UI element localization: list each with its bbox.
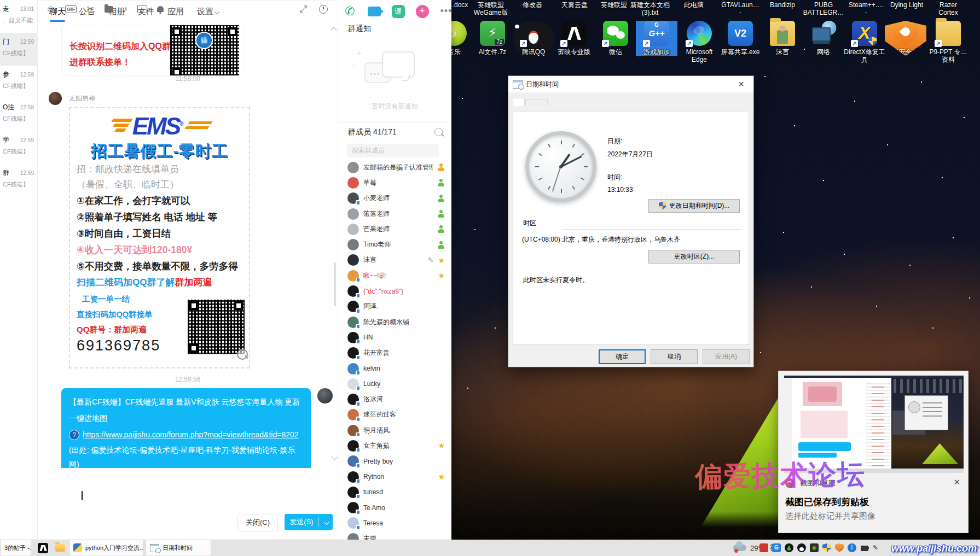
- member-row[interactable]: 花开富贵 ✎ ★: [338, 346, 451, 361]
- desktop-icon[interactable]: ↗ Microsoft Edge: [679, 21, 720, 63]
- image-icon[interactable]: [137, 5, 147, 13]
- scroll-down-icon[interactable]: [331, 454, 338, 460]
- tray-icon[interactable]: [759, 543, 768, 552]
- tray-icon[interactable]: [835, 543, 844, 552]
- message-link[interactable]: https://www.paijishu.com/forum.php?mod=v…: [83, 426, 299, 443]
- chat-scrollbar[interactable]: [334, 262, 336, 306]
- chat-list-item[interactable]: 参12:59 CF残端】: [0, 66, 37, 98]
- tray-icon[interactable]: [822, 543, 831, 552]
- member-row[interactable]: 陈先森的糖水铺 ✎ ★: [338, 314, 451, 330]
- member-row[interactable]: Lucky ✎ ★: [338, 376, 451, 391]
- tray-icon[interactable]: [873, 543, 882, 552]
- desktop-icon[interactable]: ↗ 腾讯QQ: [513, 21, 554, 56]
- member-search-input[interactable]: 搜索群成员: [347, 144, 439, 157]
- avatar[interactable]: [49, 92, 62, 105]
- member-row[interactable]: 小麦老师 ✎ ★: [338, 191, 451, 206]
- member-row[interactable]: Rython ✎ ★: [338, 469, 451, 484]
- send-options-chevron-icon[interactable]: [319, 518, 333, 526]
- dialog-tab[interactable]: [513, 98, 525, 106]
- cancel-button[interactable]: 取消: [651, 349, 698, 364]
- history-clock-icon[interactable]: [319, 5, 328, 14]
- member-row[interactable]: tunesd ✎ ★: [338, 484, 451, 500]
- desktop-icon[interactable]: ↗ 屏幕共享.exe: [720, 21, 761, 56]
- chat-list-item[interactable]: 门12:59 CF残端】: [0, 33, 37, 66]
- tray-icon[interactable]: [810, 543, 819, 552]
- member-row[interactable]: 草莓 ✎ ★: [338, 175, 451, 190]
- change-timezone-button[interactable]: 更改时区(Z)...: [648, 250, 740, 264]
- close-icon[interactable]: ✕: [729, 76, 753, 92]
- close-button[interactable]: 关闭(C): [237, 514, 278, 531]
- qr-promo-message[interactable]: 长按识别二维码加入QQ群进群联系接单！ 赚: [61, 25, 244, 76]
- member-row[interactable]: 未曾 ✎ ★: [338, 531, 451, 540]
- add-icon[interactable]: +: [415, 4, 430, 19]
- member-row[interactable]: 阿泽. ✎ ★: [338, 299, 451, 314]
- desktop-icon[interactable]: ↗ DirectX修复工具: [844, 21, 885, 63]
- member-row[interactable]: 明月清风 ✎ ★: [338, 423, 451, 438]
- member-row[interactable]: Te Amo ✎ ★: [338, 500, 451, 516]
- taskbar-task-python[interactable]: python入门学习交流…: [69, 540, 143, 555]
- desktop-icon[interactable]: ↗ P9-PPT 专二资料: [927, 21, 969, 63]
- desktop-icon[interactable]: ↗ 网络: [803, 21, 844, 56]
- desktop-icon-label[interactable]: 此电脑: [668, 1, 720, 9]
- member-row[interactable]: 发邮箱的是骗子认准管理 ✎ ★: [338, 160, 451, 175]
- chat-list-item[interactable]: O注12:59 CF残端】: [0, 98, 37, 131]
- expand-icon[interactable]: ⤢: [299, 4, 307, 15]
- dialog-tab[interactable]: [525, 99, 536, 105]
- member-row[interactable]: 芒果老师 ✎ ★: [338, 221, 451, 237]
- member-row[interactable]: 迷茫的过客 ✎ ★: [338, 407, 451, 423]
- member-row[interactable]: Pretty boy ✎ ★: [338, 454, 451, 469]
- member-row[interactable]: HN ✎ ★: [338, 330, 451, 345]
- sent-message-bubble[interactable]: 【最新CF残端】CF残端先遣服 最新V和皮肤 云悠悠等海量人物 更新一键进地图 …: [61, 388, 311, 468]
- collapse-icon[interactable]: [331, 26, 337, 32]
- chat-list-item[interactable]: 群12:59 CF残端】: [0, 164, 37, 197]
- desktop-icon[interactable]: 7z ↗ Ai文件.7z: [472, 21, 513, 56]
- tray-icon[interactable]: [860, 543, 869, 552]
- snip-notification[interactable]: 截图和草图 ✕ 截图已保存到剪贴板 选择此处标记并共享图像: [778, 371, 969, 533]
- qq-tab[interactable]: 聊天: [49, 7, 66, 17]
- tray-icon[interactable]: [848, 543, 856, 552]
- qq-tab[interactable]: 公告: [79, 7, 95, 17]
- tray-icon[interactable]: [772, 543, 781, 552]
- qq-tab[interactable]: 设置: [197, 7, 219, 17]
- self-avatar[interactable]: [317, 388, 333, 403]
- bell-icon[interactable]: [157, 6, 164, 12]
- ok-button[interactable]: 确定: [599, 349, 646, 364]
- more-icon[interactable]: •••: [439, 4, 451, 19]
- tray-icon[interactable]: [797, 543, 806, 552]
- member-row[interactable]: Teresa ✎ ★: [338, 516, 451, 531]
- video-call-icon[interactable]: [367, 4, 381, 19]
- member-row[interactable]: {"dc":"nxza9"} ✎ ★: [338, 283, 451, 299]
- taskbar-task-capcut[interactable]: [34, 540, 50, 555]
- dialog-titlebar[interactable]: 日期和时间 ✕: [508, 76, 753, 92]
- chat-list-item[interactable]: 走13:01 、起义不能: [0, 0, 37, 33]
- desktop-icon[interactable]: ↗ 微信: [595, 21, 636, 56]
- member-row[interactable]: 沫言 ✎ ★: [338, 253, 451, 268]
- change-datetime-button[interactable]: 更改日期和时间(D)...: [648, 199, 740, 213]
- desktop-icon-label[interactable]: Razer Cortex: [922, 1, 975, 16]
- taskbar-task-datetime[interactable]: 日期和时间: [146, 540, 211, 555]
- app-icon: ↗: [603, 21, 628, 46]
- member-row[interactable]: kelvin ✎ ★: [338, 361, 451, 376]
- file-icon[interactable]: [105, 6, 113, 13]
- desktop-icon[interactable]: ↗ 沫言: [762, 21, 803, 56]
- member-row[interactable]: 啾~~嘭! ✎ ★: [338, 268, 451, 283]
- close-icon[interactable]: ✕: [953, 477, 960, 487]
- member-row[interactable]: 女主角茹 ✎ ★: [338, 438, 451, 453]
- send-button[interactable]: 发送(S): [285, 514, 333, 530]
- desktop-icon[interactable]: ↗ 剪映专业版: [553, 21, 595, 56]
- ems-poster-image[interactable]: EMS® 招工暑假工-零时工 招：邮政快递在线填单员 （暑假、全职、临时工） ①…: [69, 107, 250, 368]
- voice-call-icon[interactable]: ✆: [343, 4, 357, 19]
- search-icon[interactable]: [434, 128, 443, 136]
- dialog-tab[interactable]: [537, 99, 548, 105]
- tray-icon[interactable]: [785, 543, 793, 552]
- chat-list-item[interactable]: 学12:59 CF残端】: [0, 131, 37, 164]
- qq-tab[interactable]: 应用: [167, 7, 184, 17]
- desktop-icon[interactable]: ↗ 游戏加加: [636, 21, 677, 56]
- taskbar-task-doc[interactable]: 3的帖子 -…: [0, 540, 31, 555]
- member-row[interactable]: 落落老师 ✎ ★: [338, 206, 451, 221]
- taskbar-task-explorer[interactable]: [51, 540, 68, 555]
- member-row[interactable]: Timo老师 ✎ ★: [338, 237, 451, 252]
- apply-button[interactable]: 应用(A): [703, 349, 750, 364]
- member-row[interactable]: 洛冰河 ✎ ★: [338, 391, 451, 407]
- class-icon[interactable]: 课: [391, 4, 405, 19]
